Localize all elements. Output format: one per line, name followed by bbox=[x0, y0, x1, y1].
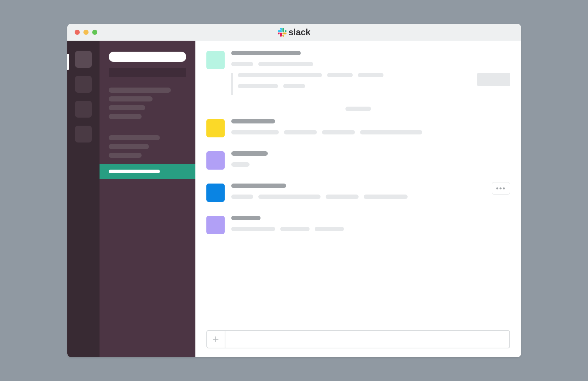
message-text bbox=[315, 227, 344, 231]
workspace-switch[interactable] bbox=[75, 101, 92, 118]
maximize-window-button[interactable] bbox=[92, 30, 97, 35]
sidebar-item-selected[interactable] bbox=[100, 164, 195, 179]
message-text bbox=[326, 195, 359, 199]
message-actions-button[interactable]: ••• bbox=[492, 182, 510, 195]
workspace-switch[interactable] bbox=[75, 51, 92, 68]
message-text bbox=[364, 195, 408, 199]
sidebar-item[interactable] bbox=[109, 114, 142, 119]
sidebar-item-label bbox=[109, 170, 160, 173]
plus-icon: + bbox=[213, 333, 219, 345]
message[interactable]: ••• bbox=[206, 184, 510, 206]
workspace-switch[interactable] bbox=[75, 76, 92, 93]
sidebar-search-input[interactable] bbox=[109, 52, 186, 62]
app-window: slack ••• + bbox=[67, 24, 521, 357]
message-text bbox=[231, 162, 250, 167]
avatar[interactable] bbox=[206, 151, 225, 170]
message[interactable] bbox=[206, 119, 510, 141]
message-text bbox=[258, 195, 321, 199]
message-text bbox=[284, 130, 317, 134]
message-author[interactable] bbox=[231, 51, 301, 55]
app-title-text: slack bbox=[288, 27, 310, 37]
slack-logo-icon bbox=[277, 28, 286, 37]
message-attachment bbox=[231, 73, 510, 95]
message-text bbox=[322, 130, 355, 134]
message-text bbox=[280, 227, 310, 231]
sidebar-header-row[interactable] bbox=[109, 68, 186, 77]
message-author[interactable] bbox=[231, 151, 268, 156]
message-text bbox=[360, 130, 422, 134]
sidebar-item[interactable] bbox=[109, 96, 153, 101]
avatar[interactable] bbox=[206, 51, 225, 69]
avatar[interactable] bbox=[206, 216, 225, 234]
message-composer: + bbox=[206, 330, 510, 348]
message[interactable] bbox=[206, 151, 510, 173]
sidebar-item[interactable] bbox=[109, 153, 142, 158]
date-divider bbox=[206, 105, 510, 112]
channel-sidebar bbox=[100, 41, 195, 357]
close-window-button[interactable] bbox=[75, 30, 80, 35]
message-author[interactable] bbox=[231, 184, 286, 188]
workspace-switch[interactable] bbox=[75, 126, 92, 143]
message-text bbox=[231, 62, 253, 66]
app-title: slack bbox=[277, 27, 310, 37]
composer-input[interactable] bbox=[225, 331, 509, 348]
message-text bbox=[231, 195, 253, 199]
message-text bbox=[358, 73, 383, 77]
message-body bbox=[231, 151, 510, 173]
message-text bbox=[283, 84, 305, 88]
main-content: ••• + bbox=[195, 41, 521, 357]
message-text bbox=[327, 73, 353, 77]
sidebar-item[interactable] bbox=[109, 135, 160, 140]
message-body bbox=[231, 216, 510, 238]
message-author[interactable] bbox=[231, 119, 275, 123]
avatar[interactable] bbox=[206, 119, 225, 137]
sidebar-item[interactable] bbox=[109, 105, 145, 110]
attachment-thumbnail[interactable] bbox=[477, 73, 510, 86]
composer-add-button[interactable]: + bbox=[207, 331, 225, 348]
minimize-window-button[interactable] bbox=[83, 30, 89, 35]
sidebar-item[interactable] bbox=[109, 144, 149, 149]
sidebar-item[interactable] bbox=[109, 88, 171, 93]
titlebar: slack bbox=[67, 24, 521, 41]
message-body bbox=[231, 119, 510, 141]
message[interactable] bbox=[206, 51, 510, 95]
avatar[interactable] bbox=[206, 184, 225, 202]
app-body: ••• + bbox=[67, 41, 521, 357]
message-text bbox=[231, 130, 279, 134]
message-body bbox=[231, 51, 510, 95]
workspace-rail bbox=[67, 41, 100, 357]
message-author[interactable] bbox=[231, 216, 261, 220]
message-list[interactable]: ••• bbox=[195, 41, 521, 330]
window-controls bbox=[75, 30, 97, 35]
message-body bbox=[231, 184, 510, 206]
message-text bbox=[258, 62, 313, 66]
message-text bbox=[231, 227, 275, 231]
message-text bbox=[238, 73, 322, 77]
message-text bbox=[238, 84, 278, 88]
message[interactable] bbox=[206, 216, 510, 238]
